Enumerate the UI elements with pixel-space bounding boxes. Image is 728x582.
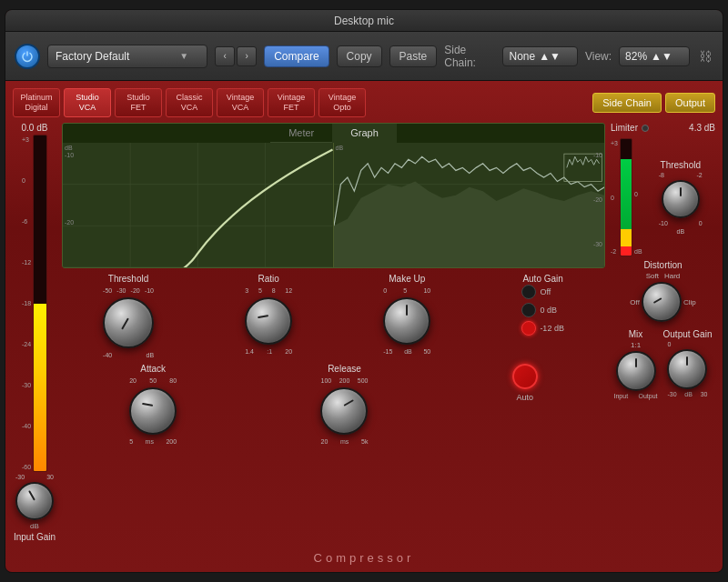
mix-output-group: Mix 1:1 InputOutput Output Gain 0 bbox=[611, 326, 715, 399]
mix-label: Mix bbox=[629, 329, 643, 339]
sidechain-arrow-icon: ▲▼ bbox=[539, 50, 561, 63]
distortion-knob[interactable] bbox=[642, 282, 682, 322]
model-studio-vca[interactable]: StudioVCA bbox=[64, 88, 111, 117]
limiter-indicator-led bbox=[642, 125, 649, 132]
limiter-row: Limiter 4.3 dB bbox=[611, 123, 715, 133]
plugin-body: PlatinumDigital StudioVCA StudioFET Clas… bbox=[5, 81, 723, 572]
window-title: Desktop mic bbox=[334, 15, 394, 27]
makeup-knob[interactable] bbox=[383, 297, 430, 345]
ratio-knob[interactable] bbox=[245, 297, 292, 345]
graph-right-panel: dB -10 -20 -30 -40 -40 -30 -20 bbox=[334, 143, 605, 268]
output-gain-knob[interactable] bbox=[667, 349, 707, 389]
sidechain-dropdown[interactable]: None ▲▼ bbox=[502, 46, 577, 66]
model-platinum-digital[interactable]: PlatinumDigital bbox=[13, 88, 60, 117]
dropdown-arrow-icon: ▼ bbox=[179, 51, 188, 61]
release-auto-group: Auto bbox=[512, 364, 538, 416]
makeup-group: Make Up 0510 -15dB50 bbox=[383, 274, 430, 355]
title-bar: Desktop mic bbox=[5, 10, 723, 32]
preset-dropdown[interactable]: Factory Default ▼ bbox=[47, 45, 207, 68]
model-vintage-vca[interactable]: VintageVCA bbox=[217, 88, 264, 117]
right-threshold-label: Threshold bbox=[661, 160, 701, 170]
model-vintage-opto[interactable]: VintageOpto bbox=[318, 88, 366, 117]
tab-graph[interactable]: Graph bbox=[332, 124, 397, 143]
model-classic-vca[interactable]: ClassicVCA bbox=[166, 88, 213, 117]
meter-left-scale: +3 0 -6 -12 -18 -24 -30 -40 -60 bbox=[22, 135, 31, 472]
copy-button[interactable]: Copy bbox=[337, 45, 382, 67]
ratio-label: Ratio bbox=[258, 274, 278, 284]
meter-yellow-segment bbox=[34, 304, 46, 472]
input-level-meter bbox=[33, 135, 47, 472]
view-dropdown[interactable]: 82% ▲▼ bbox=[619, 46, 690, 66]
auto-gain-off-led[interactable] bbox=[521, 285, 536, 299]
view-label: View: bbox=[585, 50, 612, 63]
main-content: 0.0 dB +3 0 -6 -12 -18 -24 -30 -40 -60 bbox=[13, 123, 715, 542]
graph-display: Meter Graph dB -10 -20 -30 bbox=[62, 123, 605, 268]
plugin-name: Compressor bbox=[13, 547, 715, 565]
output-db-reading: 4.3 dB bbox=[689, 123, 715, 133]
input-gain-db-reading: 0.0 dB bbox=[22, 123, 48, 133]
center-column: Meter Graph dB -10 -20 -30 bbox=[62, 123, 605, 542]
graph-left-panel: dB -10 -20 -30 -40 -30 -20 bbox=[63, 143, 334, 268]
meter-red-segment bbox=[621, 246, 632, 256]
threshold-label: Threshold bbox=[108, 274, 148, 284]
distortion-hard-label: Hard bbox=[664, 272, 680, 280]
link-icon[interactable]: ⛓ bbox=[697, 47, 713, 65]
right-meter-threshold-area: +3 0 -2 0 dB bbox=[611, 138, 715, 256]
power-button[interactable] bbox=[15, 44, 40, 69]
top-controls-bar: Factory Default ▼ ‹ › Compare Copy Paste… bbox=[5, 32, 723, 81]
makeup-label: Make Up bbox=[389, 274, 425, 284]
graph-content-area: dB -10 -20 -30 -40 -30 -20 bbox=[63, 143, 604, 268]
release-auto-button[interactable] bbox=[512, 364, 538, 389]
output-level-meter bbox=[620, 138, 632, 256]
tab-meter[interactable]: Meter bbox=[270, 124, 332, 143]
input-gain-knob-group: -3030 dB Input Gain bbox=[14, 474, 56, 542]
model-studio-fet[interactable]: StudioFET bbox=[115, 88, 162, 117]
model-vintage-fet[interactable]: VintageFET bbox=[268, 88, 315, 117]
sidechain-label: Side Chain: bbox=[444, 44, 495, 69]
side-chain-button[interactable]: Side Chain bbox=[592, 93, 662, 113]
output-gain-label: Output Gain bbox=[663, 329, 713, 339]
mix-knob[interactable] bbox=[616, 351, 656, 391]
release-knob[interactable] bbox=[320, 387, 368, 435]
view-arrow-icon: ▲▼ bbox=[651, 50, 672, 63]
knobs-area: Threshold -50-30-20-10 -40dB Rati bbox=[62, 274, 605, 358]
compare-button[interactable]: Compare bbox=[264, 45, 329, 67]
mix-group: Mix 1:1 InputOutput bbox=[614, 329, 658, 399]
attack-label: Attack bbox=[140, 364, 166, 374]
input-gain-label: Input Gain bbox=[14, 532, 56, 542]
auto-gain-minus12-led[interactable] bbox=[521, 321, 536, 336]
preset-prev-button[interactable]: ‹ bbox=[215, 46, 235, 66]
auto-gain-label: Auto Gain bbox=[522, 274, 562, 284]
right-threshold-group: Threshold -8-2 -100 dB bbox=[646, 138, 715, 256]
release-group: Release 100200500 20ms5k bbox=[320, 364, 368, 445]
input-gain-column: 0.0 dB +3 0 -6 -12 -18 -24 -30 -40 -60 bbox=[13, 123, 56, 542]
waveform-svg bbox=[334, 143, 605, 268]
attack-group: Attack 205080 5ms200 bbox=[129, 364, 177, 445]
threshold-group: Threshold -50-30-20-10 -40dB bbox=[103, 274, 154, 358]
right-column: Limiter 4.3 dB +3 0 -2 bbox=[611, 123, 715, 542]
right-threshold-knob[interactable] bbox=[662, 180, 700, 218]
transfer-curve-svg bbox=[63, 143, 333, 268]
attack-knob[interactable] bbox=[129, 387, 177, 435]
release-auto-label: Auto bbox=[517, 393, 534, 402]
input-gain-knob[interactable] bbox=[15, 482, 54, 520]
ratio-group: Ratio 35812 1.4:120 bbox=[245, 274, 292, 355]
paste-button[interactable]: Paste bbox=[389, 45, 438, 67]
distortion-soft-label: Soft bbox=[646, 272, 659, 280]
auto-gain-0db-label: 0 dB bbox=[540, 306, 557, 315]
distortion-label: Distortion bbox=[643, 260, 682, 270]
auto-gain-minus12-label: -12 dB bbox=[540, 324, 564, 333]
limiter-label: Limiter bbox=[611, 123, 638, 133]
model-row: PlatinumDigital StudioVCA StudioFET Clas… bbox=[13, 88, 715, 117]
release-label: Release bbox=[328, 364, 361, 374]
output-button[interactable]: Output bbox=[665, 93, 715, 113]
graph-tabs: Meter Graph bbox=[63, 124, 604, 143]
auto-gain-0db-led[interactable] bbox=[521, 303, 536, 317]
mix-ratio: 1:1 bbox=[631, 341, 641, 349]
distortion-group: Distortion Soft Hard Off Clip bbox=[611, 260, 715, 322]
meter-green-segment bbox=[621, 159, 632, 229]
preset-next-button[interactable]: › bbox=[237, 46, 257, 66]
threshold-knob[interactable] bbox=[103, 297, 154, 348]
attack-release-row: Attack 205080 5ms200 Release bbox=[62, 364, 605, 448]
auto-gain-off-label: Off bbox=[540, 287, 551, 296]
